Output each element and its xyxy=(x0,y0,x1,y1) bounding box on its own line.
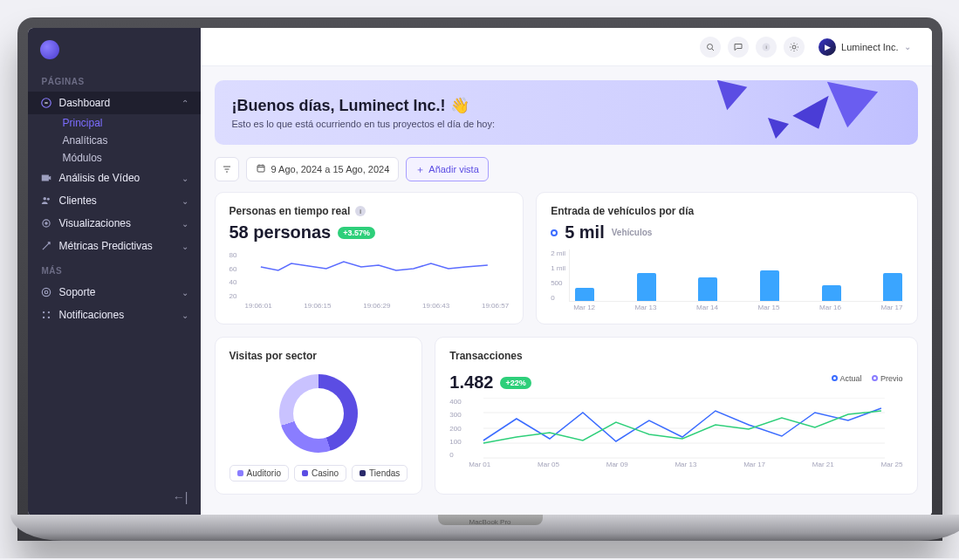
theme-button[interactable] xyxy=(784,37,805,58)
chevron-down-icon: ⌄ xyxy=(904,42,911,51)
filter-button[interactable] xyxy=(215,157,239,181)
sidebar-item-label: Dashboard xyxy=(59,97,111,109)
sidebar-item-metricas[interactable]: Métricas Predictivas ⌄ xyxy=(28,235,201,257)
chevron-down-icon: ⌄ xyxy=(182,288,188,297)
sidebar-item-dashboard[interactable]: Dashboard ⌃ xyxy=(28,92,201,114)
eye-icon xyxy=(40,217,52,229)
legend-item-tiendas[interactable]: Tiendas xyxy=(352,465,408,481)
plus-icon: ＋ xyxy=(415,163,425,176)
series-dot-icon xyxy=(551,229,558,236)
chevron-up-icon: ⌃ xyxy=(182,99,188,108)
workspace-avatar-icon: ▶ xyxy=(819,38,836,56)
collapse-sidebar-button[interactable]: ←| xyxy=(173,490,188,504)
info-icon[interactable]: i xyxy=(355,206,366,216)
svg-point-6 xyxy=(45,290,48,294)
svg-marker-17 xyxy=(826,82,877,127)
sidebar-sub-analiticas[interactable]: Analíticas xyxy=(28,132,201,149)
date-range-label: 9 Ago, 2024 a 15 Ago, 2024 xyxy=(271,164,390,174)
toolbar: 9 Ago, 2024 a 15 Ago, 2024 ＋ Añadir vist… xyxy=(215,157,918,181)
vehicles-bar-chart xyxy=(569,249,902,302)
card-realtime-people: Personas en tiempo real i 58 personas +3… xyxy=(215,192,524,324)
users-icon xyxy=(40,195,52,207)
svg-point-8 xyxy=(47,311,49,313)
card-transactions: Transacciones 1.482 +22% Actual Previo xyxy=(435,337,917,495)
svg-point-1 xyxy=(43,197,46,201)
search-button[interactable] xyxy=(700,37,721,58)
delta-badge: +22% xyxy=(500,377,531,389)
date-range-button[interactable]: 9 Ago, 2024 a 15 Ago, 2024 xyxy=(246,157,400,181)
triangle-icon xyxy=(765,115,791,141)
hero-banner: ¡Buenos días, Luminect Inc.! 👋 Esto es l… xyxy=(215,80,918,145)
sidebar-item-visualizaciones[interactable]: Visualizaciones ⌄ xyxy=(28,212,201,235)
chart-legend: Auditorio Casino Tiendas xyxy=(229,465,408,481)
sidebar-sub-principal[interactable]: Principal xyxy=(28,114,201,132)
sidebar-item-soporte[interactable]: Soporte ⌄ xyxy=(28,281,201,304)
sidebar-section-pages: PÁGINAS xyxy=(28,68,201,92)
chart-y-axis: 80 60 40 20 xyxy=(229,251,241,300)
chart-y-axis: 400 300 200 100 0 xyxy=(449,398,464,459)
wand-icon xyxy=(40,240,52,252)
sidebar-item-label: Métricas Predictivas xyxy=(59,240,153,252)
calendar-icon xyxy=(256,163,266,175)
topbar: i ▶ Luminect Inc. ⌄ xyxy=(201,28,932,66)
bar xyxy=(698,277,717,301)
chat-button[interactable] xyxy=(728,37,749,58)
legend-item-actual[interactable]: Actual xyxy=(832,374,861,383)
sidebar-section-more: MÁS xyxy=(28,257,201,281)
chart-x-axis: Mar 01 Mar 05 Mar 09 Mar 13 Mar 17 Mar 2… xyxy=(449,461,902,468)
triangle-icon xyxy=(822,80,883,133)
chevron-down-icon: ⌄ xyxy=(182,196,188,206)
svg-rect-19 xyxy=(257,166,264,173)
svg-marker-15 xyxy=(716,80,747,110)
bar xyxy=(637,273,656,301)
donut-chart xyxy=(279,374,358,453)
bar xyxy=(822,285,841,301)
triangle-icon xyxy=(712,80,752,115)
chart-x-axis: 19:06:01 19:06:15 19:06:29 19:06:43 19:0… xyxy=(229,302,510,310)
delta-badge: +3.57% xyxy=(338,227,375,239)
app-logo[interactable] xyxy=(40,40,59,59)
sidebar-item-analisis-video[interactable]: Análisis de Vídeo ⌄ xyxy=(28,167,201,189)
card-title: Personas en tiempo real xyxy=(229,205,351,217)
chevron-down-icon: ⌄ xyxy=(182,242,188,251)
info-button[interactable]: i xyxy=(756,37,777,58)
bar xyxy=(883,273,902,301)
sidebar-sub-modulos[interactable]: Módulos xyxy=(28,149,201,167)
card-title: Transacciones xyxy=(449,350,522,362)
svg-point-11 xyxy=(708,44,713,49)
svg-point-2 xyxy=(46,198,49,201)
legend-item-auditorio[interactable]: Auditorio xyxy=(229,465,289,481)
svg-point-14 xyxy=(792,45,796,49)
card-vehicles: Entrada de vehículos por día 5 mil Vehíc… xyxy=(536,192,917,324)
sidebar-item-label: Clientes xyxy=(59,195,97,207)
sidebar-item-label: Análisis de Vídeo xyxy=(59,172,140,184)
svg-point-7 xyxy=(42,311,44,313)
svg-point-9 xyxy=(42,317,44,318)
bar xyxy=(575,288,594,301)
card-sectors: Visitas por sector Auditorio Casino Tien… xyxy=(215,337,423,495)
svg-point-4 xyxy=(45,222,46,224)
card-value: 5 mil xyxy=(565,222,605,242)
workspace-selector[interactable]: ▶ Luminect Inc. ⌄ xyxy=(812,35,917,59)
card-title: Entrada de vehículos por día xyxy=(551,205,694,217)
main-content: i ▶ Luminect Inc. ⌄ ¡Buenos días, Lumine… xyxy=(201,28,932,516)
bell-icon xyxy=(40,309,52,321)
chart-y-axis: 2 mil 1 mil 500 0 xyxy=(551,249,569,302)
chevron-down-icon: ⌄ xyxy=(182,219,188,229)
chart-legend: Actual Previo xyxy=(832,374,902,383)
sidebar-item-label: Visualizaciones xyxy=(59,217,132,229)
sidebar-item-label: Notificaciones xyxy=(59,309,125,321)
sidebar-item-clientes[interactable]: Clientes ⌄ xyxy=(28,189,201,212)
sidebar-item-notificaciones[interactable]: Notificaciones ⌄ xyxy=(28,304,201,326)
chart-x-axis: Mar 12 Mar 13 Mar 14 Mar 15 Mar 16 Mar 1… xyxy=(551,304,902,311)
svg-marker-18 xyxy=(768,118,789,139)
svg-point-5 xyxy=(42,288,50,296)
add-view-button[interactable]: ＋ Añadir vista xyxy=(406,157,488,181)
add-view-label: Añadir vista xyxy=(428,164,478,174)
svg-text:i: i xyxy=(765,44,766,50)
lifebuoy-icon xyxy=(40,286,52,298)
legend-item-previo[interactable]: Previo xyxy=(872,374,902,383)
legend-item-casino[interactable]: Casino xyxy=(294,465,346,481)
sidebar-item-label: Soporte xyxy=(59,286,96,298)
card-unit: Vehículos xyxy=(612,228,653,237)
